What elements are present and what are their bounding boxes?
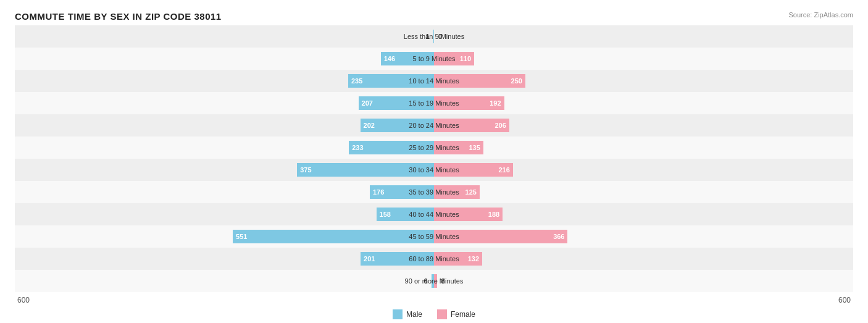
left-half: 202 xyxy=(15,114,434,136)
row-label: 45 to 59 Minutes xyxy=(409,233,459,240)
right-half: 250 xyxy=(434,70,853,92)
legend-male-label: Male xyxy=(406,310,422,319)
female-value: 110 xyxy=(460,55,474,62)
right-half: 110 xyxy=(434,48,853,70)
row-label: Less than 5 Minutes xyxy=(404,33,464,40)
table-row: 20715 to 19 Minutes192 xyxy=(15,92,853,114)
table-row: 20220 to 24 Minutes206 xyxy=(15,114,853,136)
row-label: 40 to 44 Minutes xyxy=(409,211,459,218)
left-half: 235 xyxy=(15,70,434,92)
female-value: 216 xyxy=(498,166,512,174)
female-value: 132 xyxy=(468,255,482,262)
table-row: 37530 to 34 Minutes216 xyxy=(15,159,853,181)
left-half: 1 xyxy=(15,25,434,48)
right-half: 135 xyxy=(434,136,853,159)
chart-container: COMMUTE TIME BY SEX IN ZIP CODE 38011 So… xyxy=(0,0,868,323)
male-value: 551 xyxy=(233,233,247,240)
legend-female: Female xyxy=(437,309,475,319)
male-value: 146 xyxy=(381,55,395,62)
row-label: 35 to 39 Minutes xyxy=(409,188,459,196)
legend: Male Female xyxy=(15,309,853,319)
left-half: 201 xyxy=(15,248,434,270)
legend-female-box xyxy=(437,309,447,319)
table-row: 1Less than 5 Minutes0 xyxy=(15,25,853,48)
female-value: 206 xyxy=(495,122,509,129)
chart-title: COMMUTE TIME BY SEX IN ZIP CODE 38011 xyxy=(15,11,853,22)
right-half: 132 xyxy=(434,248,853,270)
source-text: Source: ZipAtlas.com xyxy=(788,11,853,19)
row-label: 30 to 34 Minutes xyxy=(409,166,459,174)
right-half: 0 xyxy=(434,25,853,48)
row-label: 60 to 89 Minutes xyxy=(409,255,459,262)
axis-row: 600 600 xyxy=(15,296,853,304)
legend-male-box xyxy=(393,309,403,319)
right-half: 206 xyxy=(434,114,853,136)
table-row: 17635 to 39 Minutes125 xyxy=(15,181,853,203)
table-row: 55145 to 59 Minutes366 xyxy=(15,225,853,248)
female-value: 188 xyxy=(488,211,503,218)
legend-male: Male xyxy=(393,309,422,319)
row-label: 10 to 14 Minutes xyxy=(409,77,459,85)
male-value: 202 xyxy=(361,122,375,129)
male-value: 375 xyxy=(297,166,311,174)
legend-female-label: Female xyxy=(451,310,475,319)
male-value: 158 xyxy=(377,211,391,218)
right-half: 188 xyxy=(434,203,853,225)
row-label: 5 to 9 Minutes xyxy=(412,55,455,62)
axis-left: 600 xyxy=(15,296,434,304)
table-row: 15840 to 44 Minutes188 xyxy=(15,203,853,225)
left-half: 6 xyxy=(15,270,434,292)
right-half: 125 xyxy=(434,181,853,203)
table-row: 20160 to 89 Minutes132 xyxy=(15,248,853,270)
right-half: 192 xyxy=(434,92,853,114)
male-value: 207 xyxy=(359,99,373,107)
bar-male: 551 xyxy=(233,230,434,243)
axis-right: 600 xyxy=(434,296,853,304)
female-value: 366 xyxy=(553,233,567,240)
table-row: 690 or more Minutes8 xyxy=(15,270,853,292)
left-half: 158 xyxy=(15,203,434,225)
rows-wrapper: 1Less than 5 Minutes01465 to 9 Minutes11… xyxy=(15,25,853,292)
row-label: 90 or more Minutes xyxy=(405,277,464,285)
row-label: 20 to 24 Minutes xyxy=(409,122,459,129)
female-value: 125 xyxy=(465,188,480,196)
left-half: 375 xyxy=(15,159,434,181)
left-half: 146 xyxy=(15,48,434,70)
right-half: 366 xyxy=(434,225,853,248)
male-value: 176 xyxy=(370,188,384,196)
male-value: 201 xyxy=(361,255,375,262)
left-half: 176 xyxy=(15,181,434,203)
female-value: 250 xyxy=(511,77,525,85)
left-half: 551 xyxy=(15,225,434,248)
female-value: 192 xyxy=(490,99,504,107)
table-row: 1465 to 9 Minutes110 xyxy=(15,48,853,70)
row-label: 15 to 19 Minutes xyxy=(409,99,459,107)
right-half: 8 xyxy=(434,270,853,292)
table-row: 23510 to 14 Minutes250 xyxy=(15,70,853,92)
table-row: 23325 to 29 Minutes135 xyxy=(15,136,853,159)
male-value: 233 xyxy=(349,144,363,151)
row-label: 25 to 29 Minutes xyxy=(409,144,459,151)
left-half: 233 xyxy=(15,136,434,159)
female-value: 135 xyxy=(469,144,483,151)
male-value: 235 xyxy=(348,77,362,85)
right-half: 216 xyxy=(434,159,853,181)
left-half: 207 xyxy=(15,92,434,114)
